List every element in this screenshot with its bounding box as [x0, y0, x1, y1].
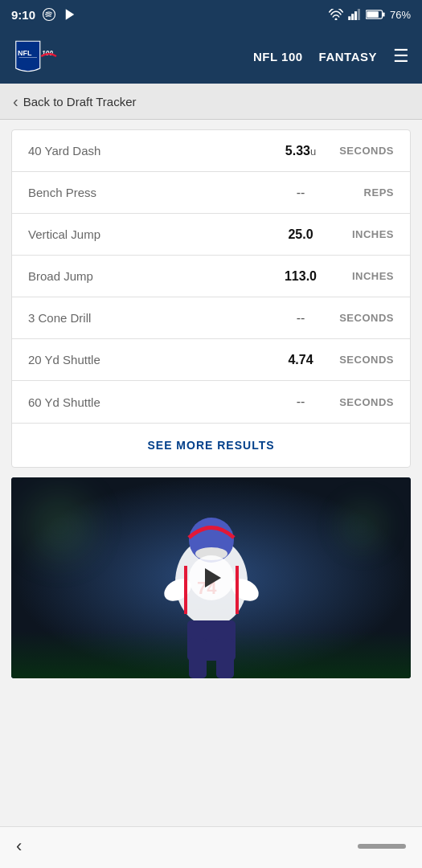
- video-container: 74: [11, 477, 411, 678]
- battery-label: 76%: [390, 9, 411, 21]
- status-time: 9:10: [11, 7, 77, 22]
- stat-label: Vertical Jump: [28, 227, 277, 241]
- header: NFL 100 NFL 100 FANTASY ☰: [0, 29, 422, 84]
- nfl100-nav[interactable]: NFL 100: [253, 50, 303, 63]
- stat-value: 5.33u: [277, 144, 325, 158]
- see-more-row: SEE MORE RESULTS: [12, 423, 410, 467]
- time-label: 9:10: [11, 8, 35, 22]
- svg-rect-8: [383, 12, 385, 16]
- back-bar: Back to Draft Tracker: [0, 84, 422, 120]
- fantasy-nav[interactable]: FANTASY: [319, 50, 377, 63]
- see-more-button[interactable]: SEE MORE RESULTS: [147, 439, 274, 452]
- wifi-icon: [329, 9, 343, 20]
- spotify-icon: [42, 7, 56, 22]
- stat-value: 113.0: [277, 269, 325, 284]
- nav-back-button[interactable]: ‹: [16, 836, 22, 857]
- stat-row: 20 Yd Shuttle4.74SECONDS: [12, 339, 410, 381]
- status-icons: 76%: [329, 9, 411, 21]
- stat-unit: INCHES: [338, 228, 394, 240]
- svg-rect-4: [351, 14, 354, 20]
- stat-row: 40 Yard Dash5.33uSECONDS: [12, 130, 410, 172]
- back-label: Back to Draft Tracker: [23, 95, 137, 108]
- stat-unit: SECONDS: [338, 145, 394, 157]
- svg-rect-3: [348, 16, 350, 20]
- stat-label: 60 Yd Shuttle: [28, 395, 277, 409]
- home-indicator: [358, 844, 406, 849]
- stat-label: 20 Yd Shuttle: [28, 353, 277, 366]
- svg-point-2: [334, 18, 337, 21]
- stat-label: 40 Yard Dash: [28, 144, 277, 158]
- stat-value: --: [277, 311, 325, 326]
- video-background: 74: [11, 477, 411, 678]
- header-nav: NFL 100 FANTASY ☰: [253, 46, 409, 67]
- stat-row: 3 Cone Drill--SECONDS: [12, 297, 410, 339]
- menu-icon[interactable]: ☰: [393, 46, 409, 67]
- stat-value: --: [277, 186, 325, 200]
- svg-rect-5: [354, 11, 357, 20]
- stat-label: Bench Press: [28, 186, 277, 199]
- play-button[interactable]: [189, 555, 234, 600]
- stat-row: Vertical Jump25.0INCHES: [12, 214, 410, 256]
- stat-unit: REPS: [338, 186, 394, 199]
- stat-row: 60 Yd Shuttle--SECONDS: [12, 381, 410, 423]
- svg-rect-6: [358, 9, 360, 20]
- svg-marker-1: [66, 9, 75, 20]
- stat-unit: SECONDS: [338, 312, 394, 324]
- nfl-logo: NFL 100: [13, 36, 61, 76]
- stat-unit: INCHES: [338, 270, 394, 282]
- stat-unit: SECONDS: [338, 354, 394, 366]
- svg-rect-9: [367, 11, 379, 18]
- stat-row: Bench Press--REPS: [12, 172, 410, 214]
- battery-icon: [366, 9, 385, 20]
- stat-value: 4.74: [277, 353, 325, 367]
- back-link[interactable]: Back to Draft Tracker: [13, 93, 409, 109]
- stat-value: --: [277, 395, 325, 409]
- stat-label: Broad Jump: [28, 269, 277, 283]
- stat-row: Broad Jump113.0INCHES: [12, 256, 410, 297]
- play-store-icon: [63, 7, 77, 22]
- svg-rect-19: [189, 638, 207, 678]
- stat-unit: SECONDS: [338, 396, 394, 408]
- stat-label: 3 Cone Drill: [28, 311, 277, 325]
- svg-text:NFL: NFL: [18, 49, 32, 57]
- stat-value: 25.0: [277, 227, 325, 242]
- svg-point-0: [43, 9, 55, 21]
- svg-rect-20: [216, 638, 234, 678]
- stats-card: 40 Yard Dash5.33uSECONDSBench Press--REP…: [11, 129, 411, 468]
- signal-icon: [348, 9, 361, 20]
- status-bar: 9:10 76%: [0, 0, 422, 29]
- bottom-nav-bar: ‹: [0, 826, 422, 868]
- play-triangle-icon: [205, 568, 221, 588]
